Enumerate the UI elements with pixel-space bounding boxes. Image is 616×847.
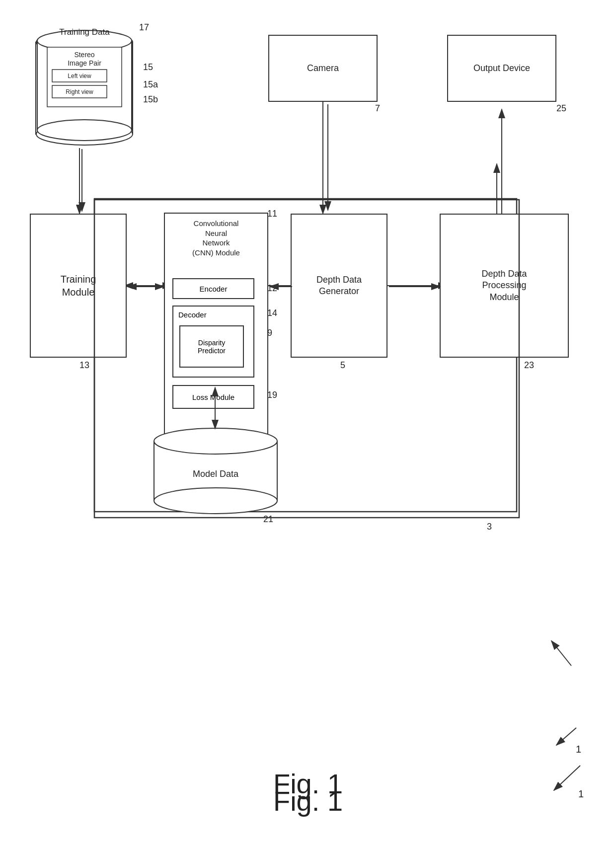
camera-box: Camera xyxy=(268,35,378,102)
ref-1-label: 1 xyxy=(576,744,581,755)
ref-15a: 15a xyxy=(143,79,158,90)
svg-text:Image Pair: Image Pair xyxy=(68,59,101,67)
ref-7: 7 xyxy=(375,103,380,114)
training-module-label: TrainingModule xyxy=(61,273,96,299)
ref-13: 13 xyxy=(79,360,89,371)
ref-15b: 15b xyxy=(143,94,158,105)
svg-rect-49 xyxy=(94,200,519,518)
svg-text:Stereo: Stereo xyxy=(74,51,94,59)
svg-text:Training Data: Training Data xyxy=(59,27,110,37)
ref-1-number: 1 xyxy=(578,788,584,800)
svg-line-11 xyxy=(551,641,571,666)
ref-1-area: 1 xyxy=(541,763,586,800)
ref-17: 17 xyxy=(139,22,149,33)
svg-text:Right view: Right view xyxy=(66,88,93,95)
svg-point-19 xyxy=(37,120,132,141)
svg-line-32 xyxy=(556,728,576,745)
ref-25: 25 xyxy=(556,103,566,114)
ref-1-container: 1 xyxy=(541,723,581,755)
ref-15: 15 xyxy=(143,62,153,73)
svg-line-51 xyxy=(554,766,580,790)
camera-label: Camera xyxy=(307,63,339,74)
svg-text:Left view: Left view xyxy=(68,73,91,79)
figure-label: Fig. 1 xyxy=(273,785,343,817)
output-device-label: Output Device xyxy=(473,63,530,74)
ref-23: 23 xyxy=(524,360,534,371)
output-device-box: Output Device xyxy=(447,35,556,102)
ref-3: 3 xyxy=(487,522,492,532)
